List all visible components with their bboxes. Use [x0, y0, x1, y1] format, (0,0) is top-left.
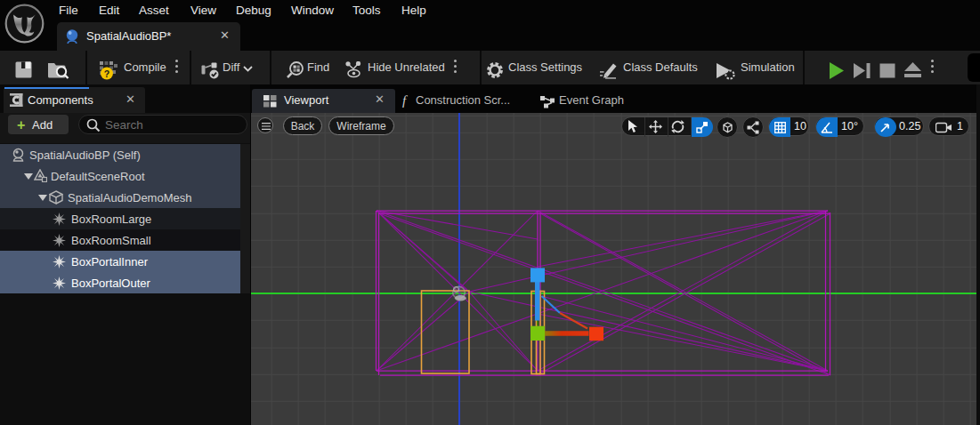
- svg-text:?: ?: [104, 68, 109, 79]
